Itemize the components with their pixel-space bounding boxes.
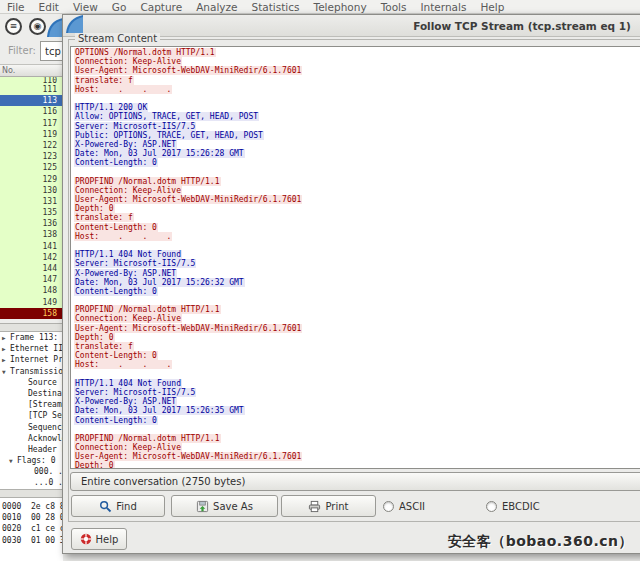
detail-tree-row[interactable]: ...0 . [0,477,63,488]
packet-row[interactable]: 141 [0,241,63,252]
packet-row[interactable]: 142 [0,252,63,263]
help-button[interactable]: Help [71,528,127,550]
menu-item[interactable]: Edit [32,1,66,13]
pane-splitter[interactable] [0,323,63,332]
detail-tree-row[interactable]: ▼Transmissio [0,366,63,377]
packet-row[interactable]: 149 [0,297,63,308]
stream-line [74,167,640,176]
packet-row[interactable]: 123 [0,151,63,162]
menu-item[interactable]: Telephony [307,1,374,13]
save-as-button[interactable]: Save As [171,495,278,517]
detail-tree-row[interactable]: [TCP Seg [0,410,63,421]
expander-icon[interactable]: ▶ [2,332,10,343]
menu-item[interactable]: Analyze [189,1,244,13]
packet-row[interactable]: 110 [0,77,63,84]
detail-tree-row[interactable]: Destinat [0,388,63,399]
packet-list: 1101111131161171191221231251291301311351… [0,77,63,319]
menu-item[interactable]: Capture [133,1,189,13]
detail-tree-row[interactable]: ▶Frame 113: [0,332,63,343]
packet-row[interactable]: 125 [0,162,63,173]
stream-line: Content-Length: 0 [74,351,640,360]
stream-line [74,370,640,379]
menu-item[interactable]: Internals [414,1,474,13]
filter-input[interactable] [40,41,63,61]
detail-tree-row[interactable]: [Stream [0,399,63,410]
stream-line: Connection: Keep-Alive [74,443,640,452]
follow-tcp-stream-dialog: Follow TCP Stream (tcp.stream eq 1) Stre… [62,14,640,554]
packet-row[interactable]: 136 [0,218,63,229]
packet-row[interactable]: 148 [0,285,63,296]
stream-line: Host: . . . [74,232,640,241]
stream-line: X-Powered-By: ASP.NET [74,140,640,149]
find-button[interactable]: Find [71,495,165,517]
expander-icon[interactable]: ▼ [9,455,17,466]
packet-list-column-header[interactable]: No. [0,64,63,77]
interfaces-list-icon[interactable]: ≡ [5,18,22,35]
menu-item[interactable]: Tools [374,1,414,13]
detail-tree-label: Flags: 0 [17,456,56,465]
packet-row[interactable]: 144 [0,263,63,274]
stream-line: Depth: 0 [74,333,640,342]
expander-icon[interactable]: ▼ [2,366,10,377]
stream-content-view[interactable]: OPTIONS /Normal.dotm HTTP/1.1Connection:… [70,46,640,469]
detail-tree-row[interactable]: Header L [0,444,63,455]
detail-tree-row[interactable]: ▼Flags: 0 [0,455,63,466]
detail-tree-row[interactable]: Source P [0,377,63,388]
stream-line [74,296,640,305]
stream-line: translate: f [74,76,640,85]
capture-options-icon[interactable]: ◉ [29,18,46,35]
search-icon [99,500,112,513]
packet-row[interactable]: 147 [0,274,63,285]
expander-icon[interactable]: ▶ [2,343,10,354]
menu-item[interactable]: View [66,1,105,13]
pane-splitter[interactable] [0,489,63,498]
stream-line: Public: OPTIONS, TRACE, GET, HEAD, POST [74,131,640,140]
save-icon [196,500,209,513]
stream-line: Date: Mon, 03 Jul 2017 15:26:28 GMT [74,149,640,158]
packet-row[interactable]: 119 [0,129,63,140]
ebcdic-radio-label: EBCDIC [502,501,540,512]
stream-line: Content-Length: 0 [74,416,640,425]
hex-dump-row: 0020 c1 ce c [0,523,63,534]
stream-line: Content-Length: 0 [74,287,640,296]
menu-item[interactable]: Help [473,1,511,13]
stream-line: Connection: Keep-Alive [74,186,640,195]
menu-item[interactable]: Statistics [245,1,307,13]
wireshark-fin-icon [65,14,84,34]
detail-tree-row[interactable]: Sequence [0,422,63,433]
stream-line: Connection: Keep-Alive [74,57,640,66]
packet-row[interactable]: 129 [0,174,63,185]
packet-row[interactable]: 135 [0,207,63,218]
packet-row[interactable]: 117 [0,118,63,129]
packet-row[interactable]: 130 [0,185,63,196]
detail-tree-row[interactable]: 000. . [0,466,63,477]
detail-tree-label: ...0 . [34,478,63,487]
stream-line: PROPFIND /Normal.dotm HTTP/1.1 [74,434,640,443]
detail-tree-row[interactable]: Acknowle [0,433,63,444]
hex-dump-row: 0030 01 00 3 [0,535,63,546]
menu-item[interactable]: Go [105,1,134,13]
packet-row[interactable]: 111 [0,84,63,95]
packet-row[interactable]: 158 [0,308,63,319]
ascii-radio[interactable] [383,501,394,512]
menu-item[interactable]: File [0,1,32,13]
wireshark-screen: FileEditViewGoCaptureAnalyzeStatisticsTe… [0,0,640,561]
ebcdic-radio[interactable] [486,501,497,512]
packet-row[interactable]: 138 [0,229,63,240]
print-button[interactable]: Print [281,495,376,517]
packet-row[interactable]: 116 [0,106,63,117]
stream-line: HTTP/1.1 200 OK [74,103,640,112]
expander-icon[interactable]: ▶ [2,354,10,365]
stream-line: X-Powered-By: ASP.NET [74,397,640,406]
packet-row[interactable]: 122 [0,140,63,151]
packet-row[interactable]: 113 [0,95,63,106]
detail-tree-row[interactable]: ▶Ethernet II [0,343,63,354]
detail-tree-row[interactable]: ▶Internet Pr [0,354,63,365]
packet-row[interactable]: 131 [0,196,63,207]
stream-line: User-Agent: Microsoft-WebDAV-MiniRedir/6… [74,452,640,461]
stream-line: User-Agent: Microsoft-WebDAV-MiniRedir/6… [74,66,640,75]
detail-tree-label: Header L [28,445,63,454]
stream-line: Depth: 0 [74,204,640,213]
detail-tree-label: Destinat [28,389,63,398]
conversation-select[interactable]: Entire conversation (2750 bytes) [70,472,640,491]
